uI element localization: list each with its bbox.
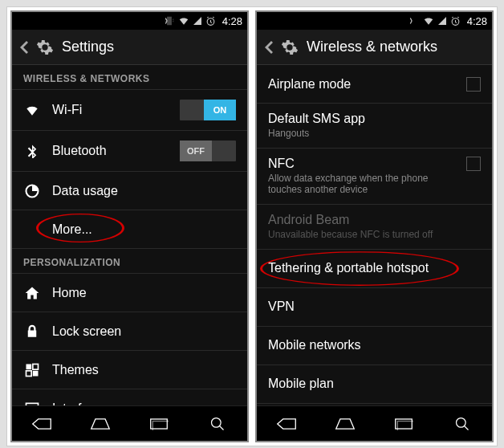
bluetooth-toggle[interactable]: OFF: [180, 141, 236, 161]
bluetooth-label: Bluetooth: [52, 144, 169, 158]
section-personalization: PERSONALIZATION: [12, 249, 247, 274]
sms-sub: Hangouts: [268, 128, 481, 139]
right-screenshot: 4:28 Wireless & networks Airplane mode D…: [255, 10, 494, 442]
page-title: Wireless & networks: [307, 39, 437, 55]
beam-sub: Unavailable because NFC is turned off: [268, 229, 481, 240]
vpn-label: VPN: [268, 299, 481, 314]
beam-label: Android Beam: [268, 213, 481, 227]
home-label: Home: [52, 286, 236, 300]
nfc-row[interactable]: NFC Allow data exchange when the phone t…: [257, 149, 492, 205]
data-usage-row[interactable]: Data usage: [12, 172, 247, 210]
vibrate-icon: [164, 15, 175, 26]
more-label: More...: [52, 222, 236, 237]
mobile-networks-label: Mobile networks: [268, 338, 481, 352]
settings-list: WIRELESS & NETWORKS Wi-Fi ON Bluetooth O…: [12, 65, 247, 405]
nfc-label: NFC: [268, 157, 455, 171]
nav-back-icon[interactable]: [30, 413, 53, 435]
themes-row[interactable]: Themes: [12, 351, 247, 389]
status-bar: 4:28: [12, 12, 247, 30]
sms-label: Default SMS app: [268, 112, 481, 126]
beam-row: Android Beam Unavailable because NFC is …: [257, 205, 492, 250]
bluetooth-row[interactable]: Bluetooth OFF: [12, 131, 247, 172]
interface-icon: [23, 401, 41, 406]
svg-point-9: [212, 417, 222, 427]
airplane-label: Airplane mode: [268, 77, 455, 92]
wifi-row[interactable]: Wi-Fi ON: [12, 90, 247, 131]
nav-search-icon[interactable]: [451, 413, 474, 435]
nfc-sub: Allow data exchange when the phone touch…: [268, 173, 455, 196]
svg-rect-4: [26, 370, 32, 376]
more-row[interactable]: More...: [12, 210, 247, 249]
data-usage-label: Data usage: [52, 184, 236, 198]
nfc-checkbox[interactable]: [466, 157, 481, 171]
status-bar: 4:28: [257, 12, 492, 30]
nav-recent-icon[interactable]: [392, 413, 415, 435]
alarm-icon: [450, 16, 461, 26]
svg-rect-5: [33, 370, 39, 376]
settings-gear-icon: [281, 39, 299, 56]
status-time: 4:28: [467, 15, 487, 27]
mobile-plan-label: Mobile plan: [268, 377, 481, 391]
app-header: Wireless & networks: [257, 30, 492, 65]
page-title: Settings: [62, 39, 114, 55]
vibrate-icon: [408, 15, 420, 26]
signal-icon: [193, 16, 202, 26]
tether-row[interactable]: Tethering & portable hotspot: [257, 250, 492, 288]
data-usage-icon: [23, 183, 41, 199]
signal-icon: [437, 16, 447, 26]
wifi-icon: [178, 15, 189, 26]
alarm-icon: [205, 16, 216, 26]
wifi-icon: [423, 15, 434, 26]
mobile-plan-row[interactable]: Mobile plan: [257, 365, 492, 404]
status-time: 4:28: [222, 15, 242, 27]
wireless-list: Airplane mode Default SMS app Hangouts N…: [257, 65, 492, 405]
svg-point-13: [457, 417, 466, 427]
svg-rect-6: [26, 403, 39, 405]
wifi-label: Wi-Fi: [52, 103, 169, 117]
themes-label: Themes: [52, 363, 236, 377]
left-screenshot: 4:28 Settings WIRELESS & NETWORKS Wi-Fi …: [10, 10, 249, 442]
settings-gear-icon: [36, 39, 54, 56]
interface-label: Interface: [52, 401, 236, 406]
home-icon: [23, 285, 41, 301]
tether-label: Tethering & portable hotspot: [268, 261, 481, 275]
lock-row[interactable]: Lock screen: [12, 312, 247, 351]
lock-icon: [23, 324, 41, 339]
themes-icon: [23, 362, 41, 378]
nav-recent-icon[interactable]: [148, 413, 170, 435]
wifi-icon: [23, 102, 41, 118]
nav-back-icon[interactable]: [275, 413, 298, 435]
nav-home-icon[interactable]: [334, 413, 356, 435]
section-wireless: WIRELESS & NETWORKS: [12, 65, 247, 90]
mobile-networks-row[interactable]: Mobile networks: [257, 327, 492, 365]
back-icon[interactable]: [20, 41, 28, 54]
home-row[interactable]: Home: [12, 274, 247, 312]
nav-bar: [12, 405, 247, 441]
bluetooth-icon: [23, 144, 41, 158]
wifi-toggle[interactable]: ON: [180, 100, 236, 120]
nav-search-icon[interactable]: [206, 413, 229, 435]
svg-rect-3: [33, 364, 39, 369]
nav-bar: [257, 405, 492, 441]
sms-row[interactable]: Default SMS app Hangouts: [257, 104, 492, 149]
svg-rect-2: [26, 364, 32, 369]
airplane-checkbox[interactable]: [466, 77, 481, 92]
airplane-row[interactable]: Airplane mode: [257, 65, 492, 104]
app-header: Settings: [12, 30, 247, 65]
vpn-row[interactable]: VPN: [257, 288, 492, 327]
nav-home-icon[interactable]: [89, 413, 112, 435]
lock-label: Lock screen: [52, 324, 236, 339]
interface-row[interactable]: Interface: [12, 389, 247, 405]
back-icon[interactable]: [265, 41, 273, 54]
